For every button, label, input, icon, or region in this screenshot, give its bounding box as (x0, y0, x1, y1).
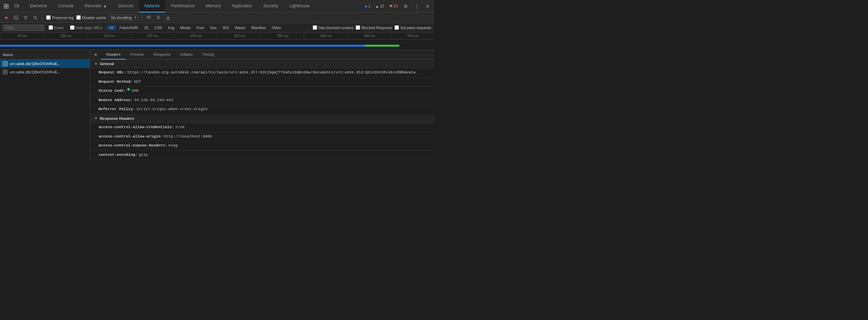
invert-button[interactable]: Invert (46, 25, 66, 30)
type-img[interactable]: Img (165, 25, 177, 30)
tick-200ms: 200 ms (130, 34, 174, 38)
type-manifest[interactable]: Manifest (249, 25, 269, 30)
type-js[interactable]: JS (141, 25, 151, 30)
detail-tab-initiator[interactable]: Initiator (175, 50, 198, 60)
content-encoding-value: gzip (139, 152, 148, 158)
tab-recorder[interactable]: Recorder ▲ (79, 0, 113, 12)
tab-console[interactable]: Console (53, 0, 79, 12)
timeline-ruler: 50 ms 100 ms 150 ms 200 ms 250 ms 300 ms… (0, 33, 434, 39)
third-party-requests-checkbox[interactable] (394, 25, 399, 30)
svg-rect-3 (7, 7, 8, 8)
type-ws[interactable]: WS (220, 25, 232, 30)
invert-checkbox[interactable] (49, 25, 53, 30)
clear-button[interactable] (12, 14, 19, 21)
request-item-1[interactable]: urn:adsk.dtd:Q8inOVzhRviE... (0, 68, 90, 76)
network-conditions-icon[interactable] (145, 14, 152, 21)
network-toolbar: ● Preserve log Disable cache No throttli… (0, 12, 434, 23)
detail-tabs: ✕ Headers Preview Response Initiator Tim… (90, 50, 434, 60)
detail-tab-headers[interactable]: Headers (101, 50, 125, 60)
svg-point-10 (148, 18, 149, 19)
filter-right: Has blocked cookies Blocked Requests 3rd… (313, 25, 431, 30)
type-wasm[interactable]: Wasm (232, 25, 248, 30)
tab-bar-icons (1, 1, 21, 11)
type-other[interactable]: Other (269, 25, 284, 30)
more-options-icon[interactable]: ⋮ (412, 1, 422, 11)
request-url-value[interactable]: https://tandem-stg.autodesk.com/api/v1/t… (127, 70, 416, 76)
detail-tab-preview[interactable]: Preview (125, 50, 149, 60)
detail-tab-response[interactable]: Response (149, 50, 176, 60)
status-code-value: 200 (131, 88, 138, 94)
detail-close-button[interactable]: ✕ (92, 51, 100, 59)
preserve-log-checkbox[interactable] (46, 15, 51, 20)
tab-security[interactable]: Security (258, 0, 284, 12)
request-item-0[interactable]: urn:adsk.dtd:Q8inOVzhRviE... (0, 60, 90, 68)
throttle-select[interactable]: No throttling (109, 15, 138, 20)
response-headers-section-header[interactable]: ▼ Response Headers (90, 114, 434, 123)
resp-allow-credentials-row: access-control-allow-credentials: true (90, 123, 434, 132)
record-button[interactable]: ● (3, 14, 10, 21)
import-har-icon[interactable] (155, 14, 162, 21)
general-request-url-row: Request URL: https://tandem-stg.autodesk… (90, 68, 434, 78)
resp-expose-headers-row: access-control-expose-headers: etag (90, 141, 434, 151)
hide-data-urls-checkbox[interactable] (70, 25, 75, 30)
badge-yellow: ▲ 37 (374, 3, 386, 9)
search-button[interactable] (32, 14, 39, 21)
third-party-requests-label[interactable]: 3rd-party requests (394, 25, 431, 30)
main-area: Name urn:adsk.dtd:Q8inOVzhRviE... urn:ad… (0, 50, 434, 160)
device-toolbar-icon[interactable] (12, 1, 21, 11)
hide-data-urls-button[interactable]: Hide data URLs (68, 25, 105, 30)
preserve-log-label[interactable]: Preserve log (46, 15, 73, 20)
tab-performance[interactable]: Performance (165, 0, 200, 12)
filter-types: All Fetch/XHR JS CSS Img Media Font Doc … (106, 25, 311, 30)
filter-bar: Invert Hide data URLs All Fetch/XHR JS C… (0, 23, 434, 33)
type-doc[interactable]: Doc (207, 25, 220, 30)
filter-input[interactable] (3, 25, 44, 31)
disable-cache-label[interactable]: Disable cache (76, 15, 106, 20)
disable-cache-checkbox[interactable] (76, 15, 81, 20)
tick-250ms: 250 ms (174, 34, 217, 38)
general-section-header[interactable]: ▼ General (90, 60, 434, 68)
timeline[interactable]: 50 ms 100 ms 150 ms 200 ms 250 ms 300 ms… (0, 33, 434, 50)
type-css[interactable]: CSS (151, 25, 165, 30)
general-request-method-row: Request Method: GET (90, 78, 434, 87)
tab-sources[interactable]: Sources (113, 0, 139, 12)
request-list-header: Name (0, 50, 90, 60)
export-har-icon[interactable] (165, 14, 172, 21)
type-fetch-xhr[interactable]: Fetch/XHR (116, 25, 141, 30)
badge-blue: ● 2 (363, 3, 372, 9)
tab-memory[interactable]: Memory (200, 0, 226, 12)
svg-rect-0 (4, 4, 6, 6)
type-font[interactable]: Font (194, 25, 207, 30)
filter-button[interactable] (22, 14, 29, 21)
svg-rect-1 (4, 7, 6, 8)
inspect-icon[interactable] (1, 1, 11, 11)
tick-500ms: 500 ms (391, 34, 434, 38)
status-code-key: Status Code: (98, 88, 126, 94)
tick-350ms: 350 ms (260, 34, 304, 38)
content-encoding-key: content-encoding: (98, 152, 137, 158)
general-section-arrow: ▼ (94, 62, 98, 66)
tick-300ms: 300 ms (217, 34, 260, 38)
blocked-requests-checkbox[interactable] (356, 25, 360, 30)
detail-view: ✕ Headers Preview Response Initiator Tim… (90, 50, 434, 160)
resp-allow-origin-row: access-control-allow-origin: http://loca… (90, 132, 434, 142)
close-devtools-icon[interactable]: ✕ (423, 1, 433, 11)
general-status-code-row: Status Code: 200 (90, 87, 434, 96)
tab-application[interactable]: Application (226, 0, 258, 12)
tick-450ms: 450 ms (347, 34, 391, 38)
allow-credentials-value: true (175, 124, 184, 131)
type-media[interactable]: Media (177, 25, 193, 30)
has-blocked-cookies-checkbox[interactable] (313, 25, 317, 30)
tab-lighthouse[interactable]: Lighthouse (284, 0, 315, 12)
has-blocked-cookies-label[interactable]: Has blocked cookies (313, 25, 354, 30)
remote-address-key: Remote Address: (98, 97, 133, 104)
settings-icon[interactable]: ⚙ (401, 1, 410, 11)
request-url-key: Request URL: (98, 70, 126, 76)
tab-network[interactable]: Network (139, 0, 165, 12)
tab-elements[interactable]: Elements (24, 0, 53, 12)
detail-tab-timing[interactable]: Timing (198, 50, 219, 60)
blocked-requests-label[interactable]: Blocked Requests (356, 25, 392, 30)
type-all[interactable]: All (106, 25, 116, 30)
tab-bar: Elements Console Recorder ▲ Sources Netw… (0, 0, 434, 12)
tick-100ms: 100 ms (43, 34, 87, 38)
